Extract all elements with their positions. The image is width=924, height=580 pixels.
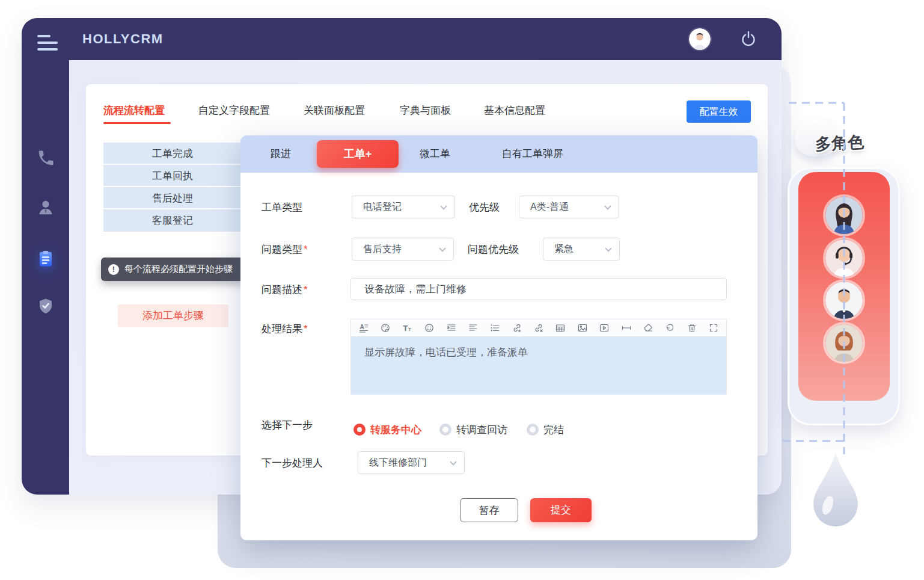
issue-type-select[interactable]: 售后支持 (352, 238, 454, 261)
image-icon[interactable] (578, 323, 587, 333)
hamburger-menu-icon[interactable] (37, 35, 59, 51)
role-avatar-2 (825, 239, 863, 277)
tab-linked-panels[interactable]: 关联面板配置 (304, 102, 365, 119)
chevron-down-icon (440, 203, 447, 209)
apply-config-button[interactable]: 配置生效 (687, 100, 751, 123)
sidebar (22, 60, 69, 495)
text-style-icon[interactable]: A (359, 323, 369, 333)
chevron-down-icon (605, 245, 611, 251)
result-label: 处理结果* (262, 322, 308, 336)
order-type-label: 工单类型 (262, 200, 304, 214)
sidebar-item-security[interactable] (22, 295, 69, 317)
list-item[interactable]: 售后处理 (103, 187, 242, 209)
emoji-icon[interactable] (424, 323, 434, 333)
user-avatar[interactable] (689, 28, 711, 50)
link-remove-icon[interactable] (534, 323, 543, 333)
phone-icon (37, 149, 55, 167)
clipboard-icon (37, 250, 55, 268)
modal-tab-follow-up[interactable]: 跟进 (271, 135, 291, 173)
issue-desc-input[interactable]: 设备故障，需上门维修 (350, 278, 727, 300)
tab-basic-info[interactable]: 基本信息配置 (484, 102, 545, 119)
video-icon[interactable] (599, 323, 609, 333)
tooltip-text: 每个流程必须配置开始步骤 (124, 264, 233, 275)
list-item[interactable]: 工单回执 (103, 165, 242, 187)
brand-logo: HOLLYCRM (82, 18, 164, 60)
radio-service-center[interactable]: 转服务中心 (353, 423, 421, 437)
priority-label: 优先级 (469, 200, 500, 214)
align-icon[interactable] (468, 323, 478, 333)
sidebar-item-phone[interactable] (22, 147, 69, 169)
font-size-icon[interactable]: TT (403, 323, 412, 333)
indent-icon[interactable] (447, 323, 456, 333)
fullscreen-icon[interactable] (709, 323, 718, 333)
tab-custom-fields[interactable]: 自定义字段配置 (198, 102, 270, 119)
radio-icon (527, 424, 539, 436)
palette-icon[interactable] (381, 323, 390, 333)
editor-content[interactable]: 显示屏故障，电话已受理，准备派单 (351, 337, 726, 394)
shield-icon (37, 297, 55, 315)
chevron-down-icon (450, 458, 456, 465)
link-add-icon[interactable] (512, 323, 522, 333)
next-step-options: 转服务中心 转调查回访 完结 (353, 423, 564, 436)
issue-desc-label: 问题描述* (262, 283, 308, 297)
list-item[interactable]: 工单完成 (103, 143, 242, 165)
radio-selected-icon (353, 424, 366, 436)
work-order-modal: 跟进 工单+ 微工单 自有工单弹屏 工单类型 电话登记 优先级 A类-普通 问题… (240, 135, 757, 540)
power-icon[interactable] (739, 30, 757, 48)
sidebar-item-contacts[interactable] (22, 197, 69, 218)
modal-tab-work-order-active[interactable]: 工单+ (317, 140, 399, 168)
role-avatar-4 (825, 324, 863, 362)
svg-text:A: A (360, 324, 364, 330)
editor-toolbar: ATT (351, 319, 726, 337)
warning-tooltip: ! 每个流程必须配置开始步骤 (101, 258, 252, 281)
modal-tabbar: 跟进 工单+ 微工单 自有工单弹屏 (240, 135, 757, 173)
issue-type-label: 问题类型* (262, 242, 308, 256)
rich-text-editor: ATT 显示屏故障，电话已受理，准备派单 (350, 319, 727, 395)
chevron-down-icon (604, 203, 611, 209)
modal-tab-own-popup[interactable]: 自有工单弹屏 (502, 135, 563, 173)
next-handler-label: 下一步处理人 (262, 456, 323, 470)
priority-select[interactable]: A类-普通 (519, 196, 619, 218)
next-step-label: 选择下一步 (262, 418, 313, 432)
tab-process-flow[interactable]: 流程流转配置 (103, 102, 165, 119)
radio-icon (439, 424, 451, 436)
order-type-select[interactable]: 电话登记 (352, 196, 455, 218)
undo-icon[interactable] (665, 323, 675, 333)
person-icon (37, 199, 55, 217)
submit-button[interactable]: 提交 (530, 498, 592, 522)
active-tab-underline (103, 122, 171, 124)
next-handler-select[interactable]: 线下维修部门 (358, 451, 465, 474)
issue-priority-label: 问题优先级 (468, 242, 519, 256)
save-draft-button[interactable]: 暂存 (460, 498, 518, 522)
eraser-icon[interactable] (643, 323, 653, 333)
screen: HOLLYCRM 流程流转配置 自定义字段配置 关联面板配置 字典与面板 基本信… (0, 0, 924, 580)
radio-survey-callback[interactable]: 转调查回访 (439, 423, 507, 437)
role-avatar-1 (825, 197, 863, 234)
issue-priority-select[interactable]: 紧急 (543, 238, 620, 261)
sidebar-item-workorders[interactable] (22, 248, 69, 270)
role-avatar-3 (825, 282, 863, 319)
workflow-step-list: 工单完成 工单回执 售后处理 客服登记 (103, 143, 242, 232)
trash-icon[interactable] (687, 323, 697, 333)
exclamation-icon: ! (108, 264, 119, 275)
radio-finish[interactable]: 完结 (527, 423, 564, 437)
list-item[interactable]: 客服登记 (103, 209, 242, 232)
add-step-button[interactable]: 添加工单步骤 (118, 304, 228, 327)
multi-role-label: 多角色 (815, 131, 864, 155)
tab-dictionary[interactable]: 字典与面板 (400, 102, 451, 119)
svg-text:T: T (403, 324, 408, 333)
svg-text:T: T (408, 327, 411, 332)
divider-icon[interactable] (622, 323, 631, 333)
chevron-down-icon (439, 245, 445, 251)
list-icon[interactable] (490, 323, 500, 333)
modal-tab-micro-order[interactable]: 微工单 (420, 135, 450, 173)
table-icon[interactable] (555, 323, 565, 333)
